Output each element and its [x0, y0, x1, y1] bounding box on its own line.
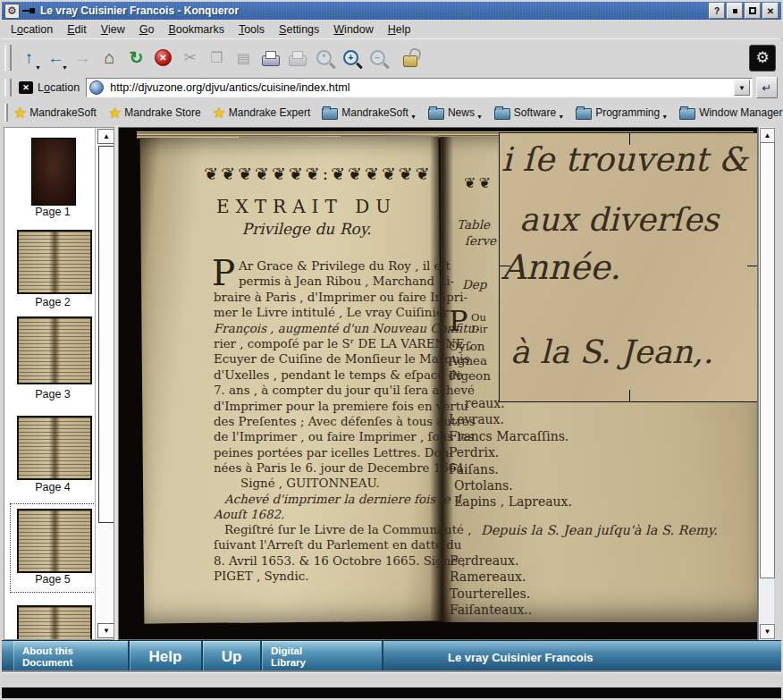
book-text-fragment: Oyſon: [449, 339, 485, 353]
menu-settings[interactable]: Settings: [279, 23, 319, 36]
stop-button[interactable]: ✕: [151, 46, 175, 70]
bookmark-folder-software[interactable]: Software▼: [494, 105, 564, 120]
content-area: Page 1 Page 2 Page 3 Page 4 Page 5 ▲ ▼: [2, 125, 781, 640]
sidebar-scroll-up-button[interactable]: ▲: [97, 129, 114, 144]
bookmarksbar-grip[interactable]: [4, 104, 8, 122]
menu-edit[interactable]: Edit: [67, 23, 87, 36]
maximize-button[interactable]: [745, 3, 761, 19]
back-dropdown-icon: ▼: [62, 64, 68, 71]
konqueror-app-icon: ⚙: [4, 4, 20, 19]
right-page-game-list: reaux. Levraux. Francs Marcaſſins. Perdr…: [449, 395, 572, 510]
menubar: Location Edit View Go Bookmarks Tools Se…: [2, 20, 783, 39]
cut-icon: ✂: [183, 48, 196, 67]
menu-location[interactable]: Location: [11, 23, 53, 36]
bookmark-folder-programming[interactable]: Programming▼: [576, 105, 668, 120]
lens-text-line: Année.: [501, 248, 620, 287]
help-button[interactable]: ?: [709, 3, 725, 19]
thumbnail-page-5[interactable]: [17, 509, 92, 573]
maximize-icon: [749, 7, 756, 14]
thumbnail-page-2[interactable]: [17, 230, 92, 294]
up-button[interactable]: ↑▼: [17, 46, 41, 70]
menu-tools[interactable]: Tools: [239, 23, 265, 36]
print-frame-icon: [289, 55, 307, 66]
book-text-line: Tourterelles.: [450, 586, 532, 602]
reload-button[interactable]: ↻: [124, 46, 148, 70]
bookmark-mandrake-store[interactable]: ★Mandrake Store: [108, 104, 201, 122]
stop-icon: ✕: [155, 49, 172, 66]
location-label: Location: [38, 81, 80, 94]
zoom-in-button[interactable]: +: [339, 46, 363, 70]
reload-icon: ↻: [130, 47, 144, 68]
book-text-line: d'Imprimer pour la premiere fois en vert…: [214, 399, 448, 414]
thumbnail-label: Page 4: [12, 481, 94, 493]
home-button[interactable]: ⌂: [97, 46, 122, 70]
konqueror-throbber: ⚙: [749, 45, 776, 72]
url-combobox[interactable]: ▼: [86, 78, 753, 97]
right-page-season-heading: Depuis la S. Jean juſqu'à la S. Remy.: [481, 523, 718, 537]
magnifier-lens[interactable]: i ſe trouvent & aux diverſes Année. à la…: [499, 132, 758, 402]
bookmark-folder-window-manager[interactable]: Window Manager▼: [679, 105, 783, 120]
menu-help[interactable]: Help: [388, 23, 411, 36]
help-nav-button[interactable]: Help: [130, 641, 203, 673]
print-icon: [262, 55, 280, 66]
thumbnail-page-3[interactable]: [17, 316, 92, 384]
bookmark-mandrakesoft[interactable]: ★MandrakeSoft: [13, 104, 97, 122]
locationbar-grip[interactable]: [4, 79, 12, 97]
bookmark-folder-mandrakesoft[interactable]: MandrakeSoft▼: [322, 105, 417, 120]
clear-location-button[interactable]: ✕: [19, 81, 33, 94]
minimize-icon: [733, 9, 737, 13]
url-dropdown-button[interactable]: ▼: [734, 80, 750, 96]
left-page-paragraph-2: Regiſtré ſur le Livre de la Communauté ,…: [214, 522, 448, 585]
back-button[interactable]: ←▼: [44, 46, 68, 70]
minimize-button[interactable]: [727, 3, 743, 19]
folder-icon: [428, 108, 444, 120]
scroll-down-button[interactable]: ▼: [760, 624, 775, 639]
digital-library-button[interactable]: Digital Library: [262, 641, 383, 673]
zoom-out-button: −: [366, 46, 390, 70]
scroll-up-button[interactable]: ▲: [760, 128, 775, 143]
sidebar-scrollbar-thumb[interactable]: [98, 146, 114, 523]
chevron-down-icon: ▼: [476, 114, 483, 120]
book-text-fragment: Table: [457, 217, 490, 232]
thumbnail-label: Page 1: [12, 206, 94, 218]
location-toolbar: ✕ Location ▼ ↵: [2, 75, 781, 101]
print-button[interactable]: [258, 46, 282, 70]
scrollbar-thumb[interactable]: [760, 142, 775, 578]
close-button[interactable]: ✕: [762, 3, 779, 19]
bookmark-folder-news[interactable]: News▼: [428, 105, 483, 120]
cut-button: ✂: [178, 46, 202, 70]
right-page-dropcap: P: [449, 308, 468, 333]
globe-icon: [89, 80, 104, 95]
thumbnail-page-1[interactable]: [31, 138, 76, 206]
about-document-button[interactable]: About this Document: [13, 641, 130, 673]
folder-icon: [576, 108, 592, 120]
sidebar-scrollbar[interactable]: ▲ ▼: [95, 128, 114, 639]
titlebar[interactable]: ⚙ Le vray Cuisinier Francois - Konqueror…: [2, 2, 781, 20]
paste-icon: ▤: [237, 49, 250, 66]
document-view[interactable]: ❦❦❦❦❦❦❦:❦❦❦❦❦❦ EXTRAIT DU Privilege du R…: [118, 127, 758, 640]
book-text-line: Ortolans.: [449, 477, 572, 493]
sidebar-scroll-down-button[interactable]: ▼: [97, 623, 114, 638]
go-button[interactable]: ↵: [756, 77, 778, 98]
menu-bookmarks[interactable]: Bookmarks: [168, 23, 224, 36]
security-button[interactable]: [398, 46, 422, 70]
toolbar-grip[interactable]: [4, 45, 12, 71]
document-scrollbar[interactable]: ▲ ▼: [758, 127, 774, 640]
book-text-line: Ar Grace & Privilege du Roy , il eſt: [214, 258, 448, 274]
bookmark-mandrake-expert[interactable]: ★Mandrake Expert: [213, 104, 311, 122]
forward-icon: →: [74, 49, 91, 66]
book-text-line: Signé , GUITONNEAU.: [214, 476, 448, 491]
menu-window[interactable]: Window: [333, 23, 373, 36]
sticky-pin-icon[interactable]: [22, 7, 35, 14]
thumbnail-page-6[interactable]: [17, 605, 92, 640]
menu-go[interactable]: Go: [139, 23, 155, 36]
forward-button: →: [71, 46, 95, 70]
folder-icon: [322, 108, 338, 120]
book-text-line: Perdreaux.: [450, 552, 532, 569]
book-text-fragment: Pigeon: [449, 368, 491, 383]
lens-text-line: i ſe trouvent &: [501, 140, 748, 179]
up-nav-button[interactable]: Up: [203, 641, 262, 673]
menu-view[interactable]: View: [101, 23, 125, 36]
thumbnail-page-4[interactable]: [17, 416, 92, 480]
url-input[interactable]: [108, 80, 734, 95]
